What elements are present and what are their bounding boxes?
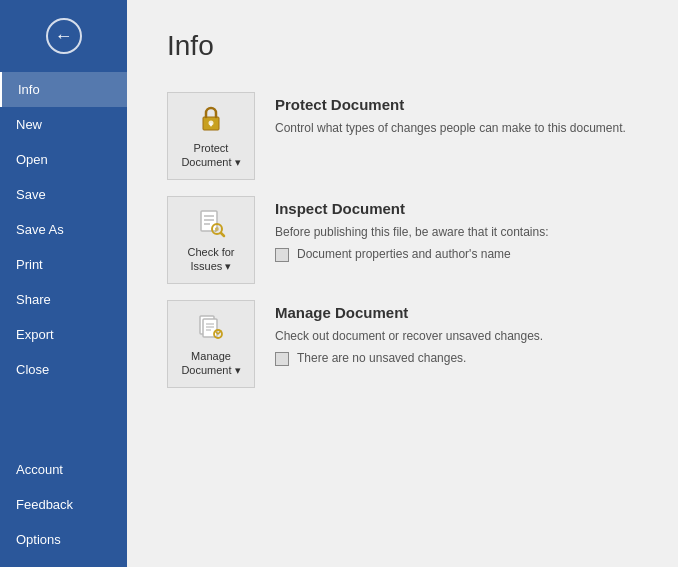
sidebar-item-info[interactable]: Info	[0, 72, 127, 107]
inspect-detail-icon	[275, 248, 289, 262]
protect-document-button-label: ProtectDocument ▾	[181, 141, 240, 170]
sidebar-item-export[interactable]: Export	[0, 317, 127, 352]
inspect-document-card: ! Check forIssues ▾ Inspect Document Bef…	[167, 196, 638, 284]
manage-document-card: ManageDocument ▾ Manage Document Check o…	[167, 300, 638, 388]
protect-document-title: Protect Document	[275, 96, 638, 113]
protect-document-icon	[195, 103, 227, 135]
main-content: Info ProtectDocument ▾ Protect Document …	[127, 0, 678, 567]
sidebar-item-feedback[interactable]: Feedback	[0, 487, 127, 522]
inspect-svg: !	[195, 207, 227, 239]
manage-document-button-label: ManageDocument ▾	[181, 349, 240, 378]
sidebar-item-share[interactable]: Share	[0, 282, 127, 317]
manage-document-icon	[195, 311, 227, 343]
sidebar-bottom: Account Feedback Options	[0, 452, 127, 557]
protect-document-desc: Control what types of changes people can…	[275, 119, 638, 137]
protect-document-info: Protect Document Control what types of c…	[275, 92, 638, 143]
protect-document-button[interactable]: ProtectDocument ▾	[167, 92, 255, 180]
sidebar-item-options[interactable]: Options	[0, 522, 127, 557]
sidebar-item-save-as[interactable]: Save As	[0, 212, 127, 247]
inspect-document-button-label: Check forIssues ▾	[187, 245, 234, 274]
sidebar-item-account[interactable]: Account	[0, 452, 127, 487]
inspect-document-title: Inspect Document	[275, 200, 638, 217]
sidebar-nav: Info New Open Save Save As Print Share E…	[0, 72, 127, 452]
inspect-document-info: Inspect Document Before publishing this …	[275, 196, 638, 262]
svg-rect-2	[210, 123, 212, 127]
manage-document-title: Manage Document	[275, 304, 638, 321]
inspect-document-icon: !	[195, 207, 227, 239]
back-circle-icon: ←	[46, 18, 82, 54]
protect-document-card: ProtectDocument ▾ Protect Document Contr…	[167, 92, 638, 180]
manage-document-button[interactable]: ManageDocument ▾	[167, 300, 255, 388]
inspect-document-button[interactable]: ! Check forIssues ▾	[167, 196, 255, 284]
svg-line-8	[221, 233, 224, 236]
manage-document-detail-0: There are no unsaved changes.	[275, 351, 638, 366]
lock-svg	[195, 103, 227, 135]
inspect-document-detail-0: Document properties and author's name	[275, 247, 638, 262]
back-button[interactable]: ←	[0, 0, 127, 72]
manage-svg	[195, 311, 227, 343]
sidebar-item-open[interactable]: Open	[0, 142, 127, 177]
manage-detail-text: There are no unsaved changes.	[297, 351, 466, 365]
sidebar-item-save[interactable]: Save	[0, 177, 127, 212]
manage-document-desc: Check out document or recover unsaved ch…	[275, 327, 638, 345]
sidebar-item-new[interactable]: New	[0, 107, 127, 142]
inspect-detail-text: Document properties and author's name	[297, 247, 511, 261]
manage-detail-icon	[275, 352, 289, 366]
page-title: Info	[167, 30, 638, 62]
sidebar: ← Info New Open Save Save As Print Share…	[0, 0, 127, 567]
sidebar-item-print[interactable]: Print	[0, 247, 127, 282]
sidebar-item-close[interactable]: Close	[0, 352, 127, 387]
manage-document-info: Manage Document Check out document or re…	[275, 300, 638, 366]
inspect-document-desc: Before publishing this file, be aware th…	[275, 223, 638, 241]
